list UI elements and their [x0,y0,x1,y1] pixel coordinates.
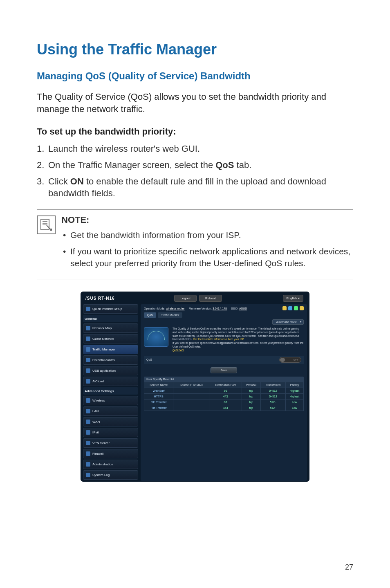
qos-faq-link[interactable]: QoS FAQ [173,349,184,352]
step-text: tab. [234,160,251,170]
step-bold: ON [70,176,84,186]
sidebar-usb-application[interactable]: USB application [83,366,138,375]
logout-button[interactable]: Logout [174,295,196,302]
globe-icon [86,420,90,424]
sidebar-traffic-manager[interactable]: Traffic Manager [83,345,138,354]
col-transferred: Transferred [261,382,286,388]
qos-description: The Quality of Service (QoS) ensures the… [173,327,304,352]
page-number: 27 [345,563,353,572]
map-icon [86,326,90,330]
tab-traffic-monitor[interactable]: Traffic Monitor [158,312,182,318]
qos-row-label: QoS [146,358,279,361]
qos-toggle[interactable]: OFF [279,357,301,363]
vpn-icon [86,441,90,445]
status-icon [294,306,298,310]
table-row: File Transfer 80 tcp 512~ Low [144,399,304,405]
status-icon [300,306,304,310]
col-service: Service Name [144,382,173,388]
note-title: NOTE: [61,215,353,225]
status-icon [288,306,292,310]
sidebar-aicloud[interactable]: AiCloud [83,377,138,386]
sidebar-vpn-server[interactable]: VPN Server [83,438,138,448]
col-protocol: Protocol [242,382,261,388]
save-button[interactable]: Save [211,367,238,373]
step-text: On the Traffic Manager screen, select th… [48,160,215,170]
lan-icon [86,409,90,413]
col-source: Source IP or MAC [173,382,209,388]
sidebar-quick-setup[interactable]: Quick Internet Setup [83,304,138,314]
router-model: /SUS RT-N16 [85,296,115,301]
shield-icon [86,451,90,456]
wifi-icon [86,398,90,403]
note-icon [37,215,61,274]
sidebar-ipv6[interactable]: IPv6 [83,428,138,437]
svg-rect-0 [41,219,49,230]
sidebar-firewall[interactable]: Firewall [83,449,138,458]
col-priority: Priority [285,382,303,388]
sidebar-wan[interactable]: WAN [83,417,138,426]
step-number: 2. [37,159,44,171]
page-heading: Using the Traffic Manager [37,41,353,58]
ipv6-icon [86,430,90,435]
step-item: 2. On the Traffic Manager screen, select… [37,159,353,171]
sidebar: Quick Internet Setup General Network Map… [83,304,138,481]
qos-gauge-icon [144,327,168,347]
sidebar-section-general: General [83,315,138,322]
step-text: Click [48,176,70,186]
rule-list-header: User Specify Rule List [144,377,304,382]
cloud-icon [86,379,90,384]
status-icon [282,306,287,310]
table-row: File Transfer 443 tcp 512~ Low [144,405,304,411]
sidebar-system-log[interactable]: System Log [83,470,138,480]
note-item: If you want to prioritize specific netwo… [61,246,353,269]
intro-text: The Quality of Service (QoS) allows you … [37,91,353,115]
note-item: Get the bandwidth information from your … [61,229,353,241]
main-panel: Operation Mode: wireless router Firmware… [141,304,307,481]
status-line: Operation Mode: wireless router Firmware… [144,306,304,310]
table-row: Web Surf 80 tcp 0~512 Highest [144,388,304,393]
steps-list: 1. Launch the wireless router's web GUI.… [37,143,353,200]
step-bold: QoS [215,160,234,170]
sidebar-administration[interactable]: Administration [83,460,138,469]
note-block: NOTE: Get the bandwidth information from… [37,209,353,280]
language-select[interactable]: English ▾ [283,295,303,302]
step-item: 3. Click ON to enable the default rule a… [37,175,353,200]
table-row: HTTPS 443 tcp 0~512 Highest [144,393,304,399]
reboot-button[interactable]: Reboot [199,295,222,302]
sidebar-lan[interactable]: LAN [83,406,138,416]
sidebar-network-map[interactable]: Network Map [83,323,138,333]
guest-icon [86,337,90,341]
section-heading: Managing QoS (Quality of Service) Bandwi… [37,70,353,82]
rule-table: Service Name Source IP or MAC Destinatio… [144,382,304,411]
col-port: Destination Port [209,382,242,388]
sidebar-section-advanced: Advanced Settings [83,387,138,395]
step-text: Launch the wireless router's web GUI. [48,144,200,154]
sidebar-parental-control[interactable]: Parental control [83,355,138,365]
log-icon [86,473,90,477]
router-screenshot: /SUS RT-N16 Logout Reboot English ▾ Quic… [81,292,309,482]
usb-icon [86,368,90,373]
steps-heading: To set up the bandwidth priority: [37,126,353,137]
wand-icon [86,307,90,311]
traffic-icon [86,347,90,352]
step-text: to enable the default rule and fill in t… [48,176,326,199]
lock-icon [86,358,90,362]
step-number: 1. [37,143,44,155]
step-item: 1. Launch the wireless router's web GUI. [37,143,353,155]
gear-icon [86,462,90,467]
sidebar-wireless[interactable]: Wireless [83,396,138,405]
mode-select[interactable]: Automatic mode [272,319,304,325]
sidebar-guest-network[interactable]: Guest Network [83,334,138,343]
step-number: 3. [37,175,44,188]
tab-qos[interactable]: QoS [144,312,156,318]
